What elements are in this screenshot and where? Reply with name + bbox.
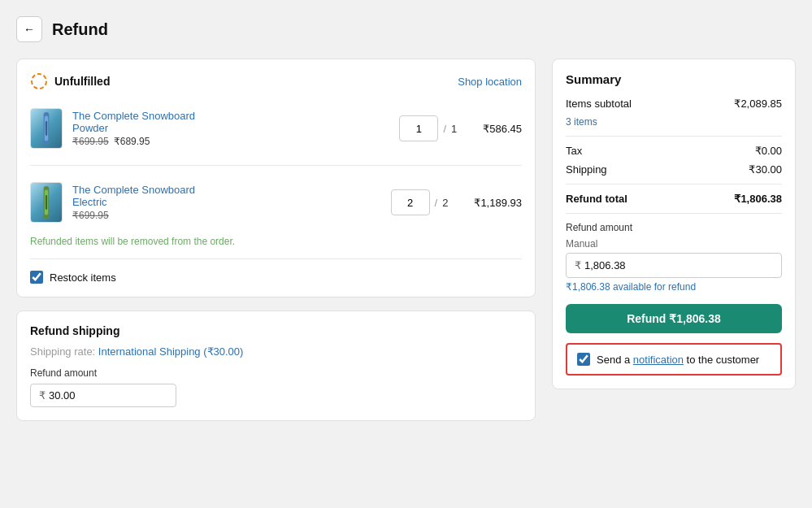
product-prices-2: ₹699.95 (72, 210, 381, 221)
quantity-input-1[interactable] (399, 115, 438, 141)
shipping-currency-symbol: ₹ (39, 389, 46, 402)
summary-currency-symbol: ₹ (575, 259, 581, 271)
shipping-amount-input-wrapper: ₹ (30, 384, 176, 407)
main-layout: Unfulfilled Shop location The Complete S… (16, 59, 796, 421)
unfulfilled-card: Unfulfilled Shop location The Complete S… (16, 59, 536, 297)
quantity-input-2[interactable] (391, 189, 430, 215)
shipping-amount-input[interactable] (49, 389, 167, 402)
product-image-2 (30, 182, 63, 223)
restock-checkbox[interactable] (30, 271, 43, 284)
summary-shipping-value: ₹30.00 (749, 163, 782, 176)
notification-text-after: to the customer (684, 354, 759, 366)
summary-items-value: ₹2,089.85 (734, 98, 782, 110)
price-original-2: ₹699.95 (72, 210, 109, 221)
summary-total-label: Refund total (566, 193, 627, 205)
right-column: Summary Items subtotal ₹2,089.85 3 items… (552, 59, 796, 389)
summary-row-items: Items subtotal ₹2,089.85 (566, 98, 782, 110)
product-row-2: The Complete Snowboard Electric ₹699.95 … (30, 176, 522, 229)
product-row: The Complete Snowboard Powder ₹699.95 ₹6… (30, 102, 522, 155)
summary-total-value: ₹1,806.38 (734, 193, 782, 205)
unfulfilled-title: Unfulfilled (54, 75, 110, 88)
summary-items-sub-label: 3 items (566, 116, 597, 128)
shipping-rate-text: Shipping rate: International Shipping (₹… (30, 345, 522, 358)
summary-title: Summary (566, 72, 782, 86)
svg-point-0 (32, 74, 46, 89)
product-variant-2: Electric (72, 196, 107, 208)
quantity-total-1: 1 (451, 123, 457, 135)
summary-row-shipping: Shipping ₹30.00 (566, 163, 782, 176)
unfulfilled-header: Unfulfilled Shop location (30, 72, 522, 90)
quantity-total-2: 2 (442, 197, 448, 209)
summary-tax-label: Tax (566, 145, 582, 157)
product-price-2: ₹1,189.93 (474, 197, 522, 209)
product-name-1[interactable]: The Complete Snowboard (72, 110, 389, 122)
refund-amount-section-label: Refund amount (566, 222, 782, 233)
quantity-group-1: / 1 (399, 115, 457, 141)
quantity-group-2: / 2 (391, 189, 449, 215)
summary-card: Summary Items subtotal ₹2,089.85 3 items… (552, 59, 796, 389)
page-header: ← Refund (16, 16, 796, 42)
shipping-rate-value: International Shipping (₹30.00) (98, 345, 244, 358)
summary-shipping-label: Shipping (566, 163, 607, 176)
svg-rect-6 (46, 195, 47, 210)
unfulfilled-icon (30, 72, 48, 90)
shipping-refund-amount-label: Refund amount (30, 367, 522, 379)
manual-label: Manual (566, 238, 782, 250)
notification-label[interactable]: Send a notification to the customer (597, 354, 759, 366)
left-column: Unfulfilled Shop location The Complete S… (16, 59, 536, 421)
shop-location-link[interactable]: Shop location (458, 76, 522, 88)
available-text: ₹1,806.38 available for refund (566, 281, 782, 293)
notification-text-before: Send a (597, 354, 633, 366)
quantity-separator-2: / (435, 197, 438, 209)
product-variant-1: Powder (72, 122, 108, 134)
refund-note: Refunded items will be removed from the … (30, 236, 522, 247)
notification-section: Send a notification to the customer (566, 343, 782, 376)
summary-tax-value: ₹0.00 (755, 145, 782, 157)
restock-label[interactable]: Restock items (50, 271, 116, 284)
page-title: Refund (52, 20, 108, 39)
summary-items-label: Items subtotal (566, 98, 632, 110)
price-original-1: ₹699.95 (72, 136, 109, 147)
shipping-card: Refund shipping Shipping rate: Internati… (16, 310, 536, 421)
shipping-title: Refund shipping (30, 324, 522, 337)
refund-input-wrapper: ₹ (566, 253, 782, 278)
restock-section: Restock items (30, 258, 522, 284)
refund-button[interactable]: Refund ₹1,806.38 (566, 304, 782, 333)
product-image-1 (30, 108, 63, 149)
refund-manual-input[interactable] (584, 259, 773, 271)
summary-row-tax: Tax ₹0.00 (566, 145, 782, 157)
svg-rect-3 (46, 121, 47, 136)
notification-checkbox[interactable] (577, 353, 590, 366)
shipping-rate-label: Shipping rate: (30, 345, 98, 358)
notification-link[interactable]: notification (633, 354, 684, 366)
price-discounted-1: ₹689.95 (114, 136, 150, 147)
summary-row-total: Refund total ₹1,806.38 (566, 193, 782, 205)
product-price-1: ₹586.45 (483, 123, 522, 135)
product-info-1: The Complete Snowboard Powder ₹699.95 ₹6… (72, 110, 389, 147)
product-info-2: The Complete Snowboard Electric ₹699.95 (72, 184, 381, 221)
product-name-2[interactable]: The Complete Snowboard (72, 184, 381, 196)
summary-row-items-sub: 3 items (566, 116, 782, 128)
back-button[interactable]: ← (16, 16, 42, 42)
product-prices-1: ₹699.95 ₹689.95 (72, 136, 389, 147)
quantity-separator-1: / (443, 123, 446, 135)
refund-amount-section: Refund amount Manual ₹ ₹1,806.38 availab… (566, 222, 782, 293)
